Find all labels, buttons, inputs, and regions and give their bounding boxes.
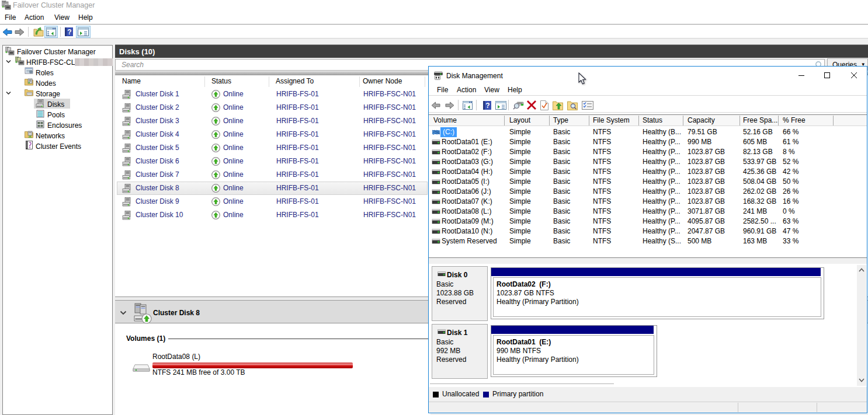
svg-text:?: ? bbox=[67, 28, 71, 36]
svg-text:?: ? bbox=[485, 102, 489, 110]
